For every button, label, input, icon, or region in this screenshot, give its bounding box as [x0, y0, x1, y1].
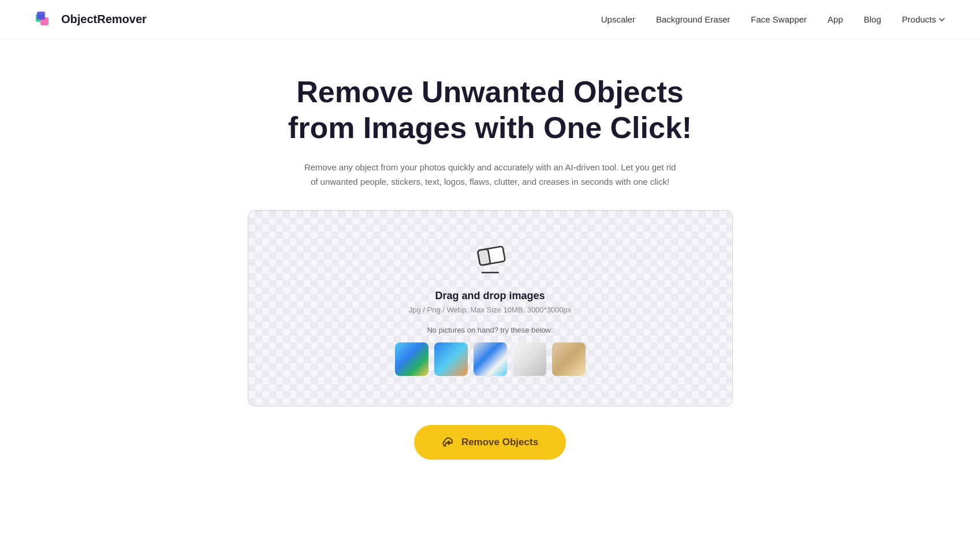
logo-icon — [35, 9, 55, 30]
try-text: No pictures on hand? try these below: — [427, 326, 553, 334]
remove-objects-label: Remove Objects — [461, 437, 538, 448]
nav-products-label[interactable]: Products — [902, 14, 936, 24]
nav-background-eraser[interactable]: Background Eraser — [656, 14, 730, 24]
hero-subtitle: Remove any object from your photos quick… — [300, 160, 681, 189]
sample-image-surf[interactable] — [434, 342, 468, 376]
sample-image-fashion[interactable] — [552, 342, 586, 376]
dropzone[interactable]: Drag and drop images Jpg / Png / Webp. M… — [248, 210, 733, 407]
nav-products[interactable]: Products — [902, 14, 945, 24]
cloud-upload-icon — [442, 435, 456, 449]
nav-upscaler[interactable]: Upscaler — [601, 14, 635, 24]
drag-title: Drag and drop images — [435, 290, 545, 302]
hero-title: Remove Unwanted Objects from Images with… — [259, 74, 721, 146]
nav-blog[interactable]: Blog — [864, 14, 881, 24]
nav-face-swapper[interactable]: Face Swapper — [751, 14, 807, 24]
header: ObjectRemover Upscaler Background Eraser… — [0, 0, 980, 39]
logo[interactable]: ObjectRemover — [35, 9, 147, 30]
eraser-icon — [472, 240, 509, 279]
nav-app[interactable]: App — [828, 14, 843, 24]
sample-image-ski[interactable] — [474, 342, 507, 376]
main-nav: Upscaler Background Eraser Face Swapper … — [601, 14, 945, 24]
drag-subtitle: Jpg / Png / Webp. Max Size 10MB. 3000*30… — [409, 305, 572, 314]
logo-text: ObjectRemover — [61, 13, 147, 26]
sample-image-desk[interactable] — [513, 342, 546, 376]
sample-images — [395, 342, 586, 376]
main-content: Remove Unwanted Objects from Images with… — [0, 39, 980, 483]
remove-objects-button[interactable]: Remove Objects — [414, 425, 566, 460]
svg-rect-2 — [37, 12, 45, 20]
sample-image-beach[interactable] — [395, 342, 428, 376]
svg-rect-5 — [478, 249, 490, 266]
chevron-down-icon — [938, 16, 945, 23]
